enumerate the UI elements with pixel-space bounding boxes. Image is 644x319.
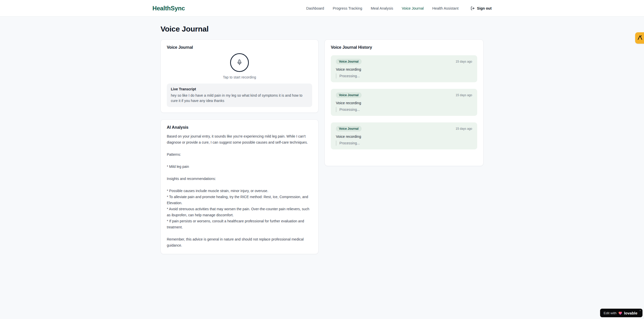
record-button[interactable] [230, 53, 249, 72]
right-column: Voice Journal History Voice Journal 15 d… [325, 39, 484, 166]
edge-tool-badge[interactable] [635, 32, 644, 44]
entry-type-badge: Voice Journal [336, 59, 362, 64]
entry-title: Voice recording [336, 67, 472, 71]
gradient-heart-icon [618, 311, 622, 315]
edit-with-lovable-badge[interactable]: Edit with lovable × [600, 309, 642, 317]
history-item[interactable]: Voice Journal 15 days ago Voice recordin… [331, 122, 477, 149]
left-column: Voice Journal Tap to start recording [160, 39, 318, 254]
ai-analysis-body: Based on your journal entry, it sounds l… [167, 133, 312, 248]
close-icon[interactable]: × [639, 309, 641, 312]
live-transcript-panel: Live Transcript hey so like I do have a … [167, 84, 312, 107]
history-card-title: Voice Journal History [331, 45, 477, 50]
entry-type-badge: Voice Journal [336, 126, 362, 131]
voice-journal-history-card: Voice Journal History Voice Journal 15 d… [325, 39, 484, 166]
nav-item-voice-journal[interactable]: Voice Journal [402, 6, 424, 10]
entry-timestamp: 15 days ago [456, 127, 472, 130]
sign-out-button[interactable]: Sign out [471, 6, 492, 10]
ai-analysis-title: AI Analysis [167, 125, 312, 130]
nav-item-progress-tracking[interactable]: Progress Tracking [333, 6, 362, 10]
sign-out-label: Sign out [477, 6, 492, 10]
tap-to-record-label: Tap to start recording [223, 75, 256, 79]
main-nav: Dashboard Progress Tracking Meal Analysi… [306, 6, 492, 10]
main-content: Voice Journal Voice Journal [160, 17, 484, 254]
entry-timestamp: 15 days ago [456, 93, 472, 97]
entry-timestamp: 15 days ago [456, 60, 472, 63]
ai-analysis-card: AI Analysis Based on your journal entry,… [160, 119, 318, 254]
page-title: Voice Journal [160, 25, 484, 33]
entry-type-badge: Voice Journal [336, 92, 362, 98]
entry-status: Processing... [336, 73, 472, 78]
log-out-icon [471, 6, 475, 10]
lovable-brand-label: lovable [624, 311, 637, 315]
nav-item-health-assistant[interactable]: Health Assistant [432, 6, 459, 10]
entry-title: Voice recording [336, 135, 472, 139]
microphone-icon [237, 60, 242, 66]
history-item[interactable]: Voice Journal 15 days ago Voice recordin… [331, 89, 477, 116]
nav-item-dashboard[interactable]: Dashboard [306, 6, 324, 10]
live-transcript-title: Live Transcript [171, 87, 308, 91]
app-header: HealthSync Dashboard Progress Tracking M… [0, 0, 644, 17]
edit-with-label: Edit with [604, 311, 616, 315]
voice-recorder-card: Voice Journal Tap to start recording [160, 39, 318, 113]
entry-status: Processing... [336, 107, 472, 112]
entry-title: Voice recording [336, 101, 472, 105]
live-transcript-text: hey so like I do have a mild pain in my … [171, 93, 308, 103]
nav-item-meal-analysis[interactable]: Meal Analysis [371, 6, 393, 10]
brand-logo[interactable]: HealthSync [152, 5, 185, 12]
history-item[interactable]: Voice Journal 15 days ago Voice recordin… [331, 55, 477, 82]
history-list: Voice Journal 15 days ago Voice recordin… [331, 55, 477, 149]
recorder-card-title: Voice Journal [167, 45, 312, 50]
entry-status: Processing... [336, 141, 472, 146]
lambda-logo-icon [637, 35, 643, 42]
